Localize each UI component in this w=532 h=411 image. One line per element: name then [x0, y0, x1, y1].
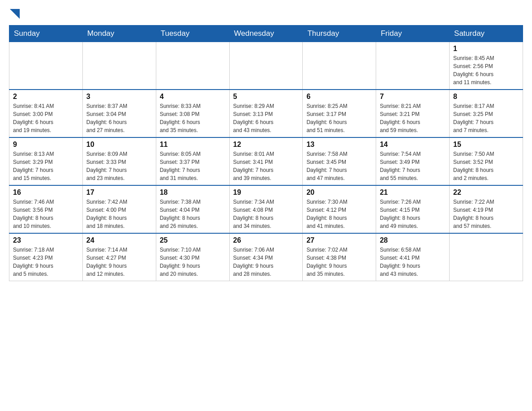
day-info: Sunrise: 8:13 AM Sunset: 3:29 PM Dayligh…: [13, 150, 79, 182]
calendar-cell: 13Sunrise: 7:58 AM Sunset: 3:45 PM Dayli…: [303, 137, 376, 185]
day-number: 22: [453, 188, 519, 197]
day-number: 1: [453, 45, 519, 53]
day-headers-row: SundayMondayTuesdayWednesdayThursdayFrid…: [9, 26, 523, 42]
svg-marker-0: [10, 9, 20, 19]
day-number: 11: [160, 141, 226, 149]
day-info: Sunrise: 7:58 AM Sunset: 3:45 PM Dayligh…: [306, 150, 372, 182]
calendar-cell: 8Sunrise: 8:17 AM Sunset: 3:25 PM Daylig…: [450, 90, 523, 137]
logo-arrow-icon: [10, 9, 20, 19]
day-info: Sunrise: 7:02 AM Sunset: 4:38 PM Dayligh…: [306, 246, 372, 278]
day-number: 2: [13, 93, 79, 101]
day-number: 21: [380, 188, 446, 197]
day-info: Sunrise: 8:41 AM Sunset: 3:00 PM Dayligh…: [13, 102, 79, 134]
calendar-cell: 28Sunrise: 6:58 AM Sunset: 4:41 PM Dayli…: [376, 233, 450, 281]
day-info: Sunrise: 7:26 AM Sunset: 4:15 PM Dayligh…: [380, 198, 446, 230]
calendar-cell: 12Sunrise: 8:01 AM Sunset: 3:41 PM Dayli…: [229, 137, 303, 185]
day-number: 14: [380, 141, 446, 149]
day-number: 25: [160, 236, 226, 244]
day-number: 13: [306, 141, 372, 149]
calendar-cell: [82, 42, 156, 90]
day-number: 27: [306, 236, 372, 244]
day-info: Sunrise: 8:17 AM Sunset: 3:25 PM Dayligh…: [453, 102, 519, 134]
calendar-cell: 3Sunrise: 8:37 AM Sunset: 3:04 PM Daylig…: [82, 90, 156, 137]
day-info: Sunrise: 8:33 AM Sunset: 3:08 PM Dayligh…: [160, 102, 226, 134]
calendar-cell: 10Sunrise: 8:09 AM Sunset: 3:33 PM Dayli…: [82, 137, 156, 185]
day-info: Sunrise: 7:06 AM Sunset: 4:34 PM Dayligh…: [233, 246, 299, 278]
logo: [9, 9, 20, 18]
calendar-cell: 15Sunrise: 7:50 AM Sunset: 3:52 PM Dayli…: [450, 137, 523, 185]
calendar-cell: 19Sunrise: 7:34 AM Sunset: 4:08 PM Dayli…: [229, 185, 303, 233]
day-info: Sunrise: 7:38 AM Sunset: 4:04 PM Dayligh…: [160, 198, 226, 230]
calendar-cell: 11Sunrise: 8:05 AM Sunset: 3:37 PM Dayli…: [156, 137, 229, 185]
day-header-tuesday: Tuesday: [156, 26, 229, 42]
calendar-cell: 20Sunrise: 7:30 AM Sunset: 4:12 PM Dayli…: [303, 185, 376, 233]
calendar-cell: 16Sunrise: 7:46 AM Sunset: 3:56 PM Dayli…: [9, 185, 83, 233]
week-row-5: 23Sunrise: 7:18 AM Sunset: 4:23 PM Dayli…: [9, 233, 523, 281]
calendar-cell: 9Sunrise: 8:13 AM Sunset: 3:29 PM Daylig…: [9, 137, 83, 185]
day-header-wednesday: Wednesday: [229, 26, 303, 42]
day-number: 4: [160, 93, 226, 101]
calendar-cell: 22Sunrise: 7:22 AM Sunset: 4:19 PM Dayli…: [450, 185, 523, 233]
day-header-thursday: Thursday: [303, 26, 376, 42]
day-info: Sunrise: 8:09 AM Sunset: 3:33 PM Dayligh…: [86, 150, 152, 182]
week-row-2: 2Sunrise: 8:41 AM Sunset: 3:00 PM Daylig…: [9, 90, 523, 137]
day-info: Sunrise: 7:46 AM Sunset: 3:56 PM Dayligh…: [13, 198, 79, 230]
calendar-cell: 25Sunrise: 7:10 AM Sunset: 4:30 PM Dayli…: [156, 233, 229, 281]
calendar-cell: [450, 233, 523, 281]
day-number: 18: [160, 188, 226, 197]
calendar-cell: 17Sunrise: 7:42 AM Sunset: 4:00 PM Dayli…: [82, 185, 156, 233]
day-number: 3: [86, 93, 152, 101]
day-number: 6: [306, 93, 372, 101]
day-info: Sunrise: 7:30 AM Sunset: 4:12 PM Dayligh…: [306, 198, 372, 230]
calendar-cell: 6Sunrise: 8:25 AM Sunset: 3:17 PM Daylig…: [303, 90, 376, 137]
day-header-sunday: Sunday: [9, 26, 83, 42]
day-number: 9: [13, 141, 79, 149]
day-info: Sunrise: 7:42 AM Sunset: 4:00 PM Dayligh…: [86, 198, 152, 230]
calendar-cell: 23Sunrise: 7:18 AM Sunset: 4:23 PM Dayli…: [9, 233, 83, 281]
calendar-cell: [376, 42, 450, 90]
day-number: 8: [453, 93, 519, 101]
day-number: 5: [233, 93, 299, 101]
day-info: Sunrise: 7:54 AM Sunset: 3:49 PM Dayligh…: [380, 150, 446, 182]
day-info: Sunrise: 8:29 AM Sunset: 3:13 PM Dayligh…: [233, 102, 299, 134]
day-info: Sunrise: 7:14 AM Sunset: 4:27 PM Dayligh…: [86, 246, 152, 278]
page-header: [9, 9, 523, 18]
day-info: Sunrise: 7:34 AM Sunset: 4:08 PM Dayligh…: [233, 198, 299, 230]
day-number: 7: [380, 93, 446, 101]
calendar-cell: 26Sunrise: 7:06 AM Sunset: 4:34 PM Dayli…: [229, 233, 303, 281]
calendar-cell: 21Sunrise: 7:26 AM Sunset: 4:15 PM Dayli…: [376, 185, 450, 233]
day-number: 12: [233, 141, 299, 149]
day-number: 24: [86, 236, 152, 244]
day-info: Sunrise: 7:18 AM Sunset: 4:23 PM Dayligh…: [13, 246, 79, 278]
calendar-cell: 14Sunrise: 7:54 AM Sunset: 3:49 PM Dayli…: [376, 137, 450, 185]
calendar-cell: 5Sunrise: 8:29 AM Sunset: 3:13 PM Daylig…: [229, 90, 303, 137]
week-row-4: 16Sunrise: 7:46 AM Sunset: 3:56 PM Dayli…: [9, 185, 523, 233]
day-number: 17: [86, 188, 152, 197]
day-number: 23: [13, 236, 79, 244]
calendar-cell: 1Sunrise: 8:45 AM Sunset: 2:56 PM Daylig…: [450, 42, 523, 90]
day-info: Sunrise: 8:21 AM Sunset: 3:21 PM Dayligh…: [380, 102, 446, 134]
week-row-1: 1Sunrise: 8:45 AM Sunset: 2:56 PM Daylig…: [9, 42, 523, 90]
day-number: 26: [233, 236, 299, 244]
day-header-friday: Friday: [376, 26, 450, 42]
day-header-saturday: Saturday: [450, 26, 523, 42]
day-number: 16: [13, 188, 79, 197]
day-number: 15: [453, 141, 519, 149]
day-info: Sunrise: 8:45 AM Sunset: 2:56 PM Dayligh…: [453, 54, 519, 86]
calendar-cell: [303, 42, 376, 90]
day-info: Sunrise: 7:50 AM Sunset: 3:52 PM Dayligh…: [453, 150, 519, 182]
day-info: Sunrise: 7:10 AM Sunset: 4:30 PM Dayligh…: [160, 246, 226, 278]
calendar-cell: 2Sunrise: 8:41 AM Sunset: 3:00 PM Daylig…: [9, 90, 83, 137]
day-header-monday: Monday: [82, 26, 156, 42]
calendar-cell: 7Sunrise: 8:21 AM Sunset: 3:21 PM Daylig…: [376, 90, 450, 137]
calendar-cell: [229, 42, 303, 90]
day-info: Sunrise: 6:58 AM Sunset: 4:41 PM Dayligh…: [380, 246, 446, 278]
day-number: 28: [380, 236, 446, 244]
day-info: Sunrise: 8:37 AM Sunset: 3:04 PM Dayligh…: [86, 102, 152, 134]
day-info: Sunrise: 8:05 AM Sunset: 3:37 PM Dayligh…: [160, 150, 226, 182]
day-info: Sunrise: 8:01 AM Sunset: 3:41 PM Dayligh…: [233, 150, 299, 182]
calendar-cell: 27Sunrise: 7:02 AM Sunset: 4:38 PM Dayli…: [303, 233, 376, 281]
day-number: 20: [306, 188, 372, 197]
calendar-cell: 4Sunrise: 8:33 AM Sunset: 3:08 PM Daylig…: [156, 90, 229, 137]
week-row-3: 9Sunrise: 8:13 AM Sunset: 3:29 PM Daylig…: [9, 137, 523, 185]
